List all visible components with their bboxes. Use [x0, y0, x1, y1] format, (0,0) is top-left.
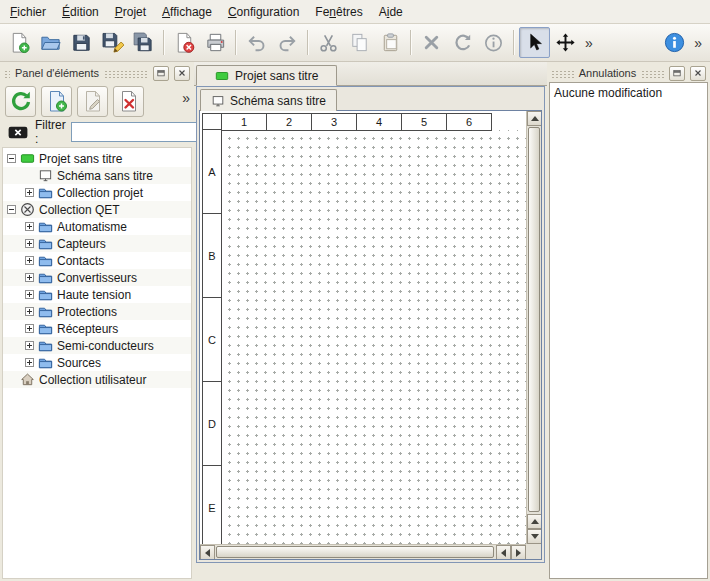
new-project-button[interactable]: [4, 27, 35, 58]
dock-close-button[interactable]: [174, 66, 190, 81]
horizontal-scrollbar[interactable]: [200, 544, 526, 559]
close-file-button[interactable]: [169, 27, 200, 58]
pan-mode-button[interactable]: [550, 27, 581, 58]
tree-item-protections[interactable]: Protections: [3, 303, 191, 320]
cut-button[interactable]: [313, 27, 344, 58]
expand-expander-icon[interactable]: [25, 358, 34, 367]
menu-fichier[interactable]: Fichier: [2, 0, 54, 23]
tree-item-automatisme[interactable]: Automatisme: [3, 218, 191, 235]
scroll-up-button[interactable]: [527, 111, 542, 126]
scroll-up-button-2[interactable]: [527, 514, 542, 529]
collapse-expander-icon[interactable]: [7, 154, 16, 163]
delete-element-button[interactable]: [113, 86, 144, 117]
folder-icon: [38, 304, 53, 319]
tree-item-schema[interactable]: Schéma sans titre: [3, 167, 191, 184]
menu-configuration[interactable]: Configuration: [220, 0, 307, 23]
expand-expander-icon[interactable]: [25, 188, 34, 197]
toolbar-overflow-button[interactable]: »: [581, 27, 597, 58]
toolbar-separator: [163, 30, 165, 55]
delete-button[interactable]: [416, 27, 447, 58]
selection-mode-button[interactable]: [519, 27, 550, 58]
tree-item-collection-projet[interactable]: Collection projet: [3, 184, 191, 201]
edit-element-button[interactable]: [77, 86, 108, 117]
tab-schema-sans-titre[interactable]: Schéma sans titre: [200, 89, 337, 111]
folder-icon: [38, 321, 53, 336]
tree-item-contacts[interactable]: Contacts: [3, 252, 191, 269]
diagram-canvas[interactable]: [221, 130, 526, 544]
dock-grip: [4, 69, 10, 78]
vertical-scrollbar[interactable]: [526, 111, 541, 544]
expand-expander-icon[interactable]: [25, 239, 34, 248]
about-info-button[interactable]: [659, 27, 690, 58]
filter-row: Filtrer :: [2, 120, 192, 147]
menu-fenetres[interactable]: Fenêtres: [307, 0, 370, 23]
row-header: D: [202, 381, 222, 466]
close-icon: [693, 68, 703, 78]
paste-button[interactable]: [375, 27, 406, 58]
expand-expander-icon[interactable]: [25, 324, 34, 333]
menu-edition[interactable]: Édition: [54, 0, 107, 23]
save-as-button[interactable]: [97, 27, 128, 58]
open-folder-icon: [39, 31, 62, 54]
dock-float-button[interactable]: [669, 66, 685, 81]
copy-icon: [348, 31, 371, 54]
rotate-button[interactable]: [447, 27, 478, 58]
diagram-tabbar: Schéma sans titre: [199, 89, 542, 110]
element-info-button[interactable]: [478, 27, 509, 58]
tree-item-collection-utilisateur[interactable]: Collection utilisateur: [3, 371, 191, 388]
scroll-left-button[interactable]: [200, 545, 215, 560]
open-project-button[interactable]: [35, 27, 66, 58]
new-element-button[interactable]: [41, 86, 72, 117]
row-header: B: [202, 213, 222, 298]
expand-expander-icon[interactable]: [25, 341, 34, 350]
toolbar-overflow-button-2[interactable]: »: [690, 27, 706, 58]
close-icon: [177, 68, 187, 78]
vertical-scroll-thumb[interactable]: [528, 127, 540, 512]
save-as-icon: [101, 31, 124, 54]
expand-expander-icon[interactable]: [25, 273, 34, 282]
arrow-up-icon: [531, 519, 539, 524]
save-all-button[interactable]: [128, 27, 159, 58]
tree-item-sources[interactable]: Sources: [3, 354, 191, 371]
print-icon: [204, 31, 227, 54]
redo-button[interactable]: [272, 27, 303, 58]
menu-aide[interactable]: Aide: [371, 0, 411, 23]
copy-button[interactable]: [344, 27, 375, 58]
undo-history-list[interactable]: Aucune modification: [549, 82, 708, 579]
tree-item-recepteurs[interactable]: Récepteurs: [3, 320, 191, 337]
expand-expander-icon[interactable]: [25, 222, 34, 231]
undo-button[interactable]: [241, 27, 272, 58]
panel-toolbar-overflow-button[interactable]: »: [182, 90, 190, 106]
menu-projet[interactable]: Projet: [107, 0, 154, 23]
clear-filter-button[interactable]: [6, 123, 30, 142]
project-icon: [215, 69, 229, 83]
dock-float-button[interactable]: [153, 66, 169, 81]
tree-item-capteurs[interactable]: Capteurs: [3, 235, 191, 252]
arrow-left-icon: [501, 549, 506, 557]
expand-expander-icon[interactable]: [25, 256, 34, 265]
dock-close-button[interactable]: [690, 66, 706, 81]
tree-item-semi-conducteurs[interactable]: Semi-conducteurs: [3, 337, 191, 354]
tab-projet-sans-titre[interactable]: Projet sans titre: [196, 65, 337, 86]
tree-item-haute-tension[interactable]: Haute tension: [3, 286, 191, 303]
expand-expander-icon[interactable]: [25, 290, 34, 299]
folder-icon: [38, 236, 53, 251]
scroll-down-button[interactable]: [527, 529, 542, 544]
expand-expander-icon[interactable]: [25, 307, 34, 316]
undo-list-item[interactable]: Aucune modification: [550, 83, 707, 103]
menu-affichage[interactable]: Affichage: [154, 0, 220, 23]
reload-collections-button[interactable]: [5, 86, 36, 117]
tree-item-collection-qet[interactable]: Collection QET: [3, 201, 191, 218]
horizontal-scroll-thumb[interactable]: [216, 546, 494, 558]
folder-icon: [38, 219, 53, 234]
scroll-left-button-2[interactable]: [496, 545, 511, 560]
save-button[interactable]: [66, 27, 97, 58]
tree-item-label: Haute tension: [57, 288, 131, 302]
print-button[interactable]: [200, 27, 231, 58]
tree-item-convertisseurs[interactable]: Convertisseurs: [3, 269, 191, 286]
collapse-expander-icon[interactable]: [7, 205, 16, 214]
tree-item-project[interactable]: Projet sans titre: [3, 150, 191, 167]
new-document-icon: [8, 31, 31, 54]
scroll-right-button[interactable]: [511, 545, 526, 560]
new-element-icon: [45, 89, 69, 113]
